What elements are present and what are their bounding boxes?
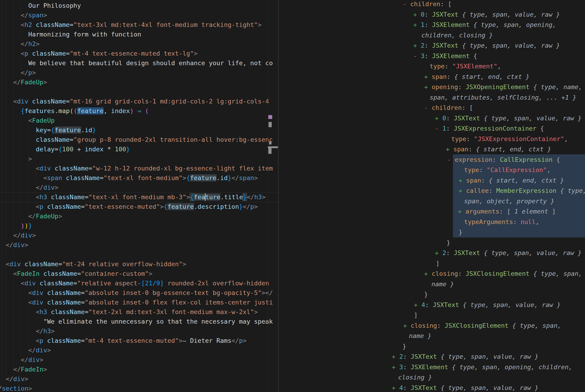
code-line[interactable] [0, 250, 273, 259]
ast-tree-line[interactable]: + span: { start, end, ctxt } [424, 72, 529, 82]
code-line[interactable]: We believe that beautiful design should … [0, 58, 273, 68]
ast-tree-line[interactable]: + 2: JSXText { type, span, value, raw } [435, 248, 581, 258]
code-token: span [28, 12, 43, 19]
code-line[interactable]: <FadeIn className="container-custom"> [0, 269, 273, 278]
ast-tree-panel[interactable]: - children: [+ 0: JSXText { type, span, … [278, 0, 585, 392]
code-line[interactable]: <p className="text-essence-muted">{featu… [0, 202, 273, 212]
ast-tree-line[interactable]: + 2: JSXText { type, span, value, raw } [392, 352, 538, 362]
code-line[interactable]: </div> [0, 240, 273, 250]
ast-tree-line[interactable]: - expression: CallExpression { [447, 154, 560, 165]
ast-tree-line[interactable]: - children: [ [424, 102, 473, 113]
code-token [0, 260, 6, 268]
code-line[interactable]: <h2 className="text-3xl md:text-4xl font… [0, 20, 273, 30]
code-line[interactable]: </FadeUp> [0, 78, 273, 87]
ast-tree-line[interactable]: } [403, 341, 406, 352]
code-line[interactable]: </p> [0, 68, 273, 78]
code-line[interactable]: <p className="mt-4 text-essence-muted te… [0, 49, 273, 58]
code-line[interactable]: Our Philosophy [0, 1, 273, 10]
code-line[interactable]: <h3 className="text-xl font-medium mb-3"… [0, 192, 273, 202]
code-line[interactable]: <div className="mt-24 relative overflow-… [0, 259, 273, 269]
code-line[interactable]: <h3 className="text-2xl md:text-3xl font… [0, 307, 273, 317]
code-line[interactable]: <div className="relative aspect-[21/9] r… [0, 278, 273, 288]
code-line[interactable]: <div className="mt-16 grid grid-cols-1 m… [0, 97, 273, 106]
ast-tree-line[interactable]: type: "JSXExpressionContainer", [451, 134, 568, 144]
ast-tree-line[interactable]: span, object, property } [464, 196, 554, 206]
ast-tree-line[interactable]: + span: { start, end, ctxt } [459, 175, 564, 186]
ast-tree-line[interactable]: type: "JSXElement", [430, 61, 501, 72]
ast-tree-line[interactable]: + span: { start, end, ctxt } [446, 144, 551, 154]
code-editor-pane[interactable]: Our Philosophy </span> <h2 className="te… [0, 0, 278, 392]
code-line[interactable]: <FadeUp [0, 116, 273, 125]
ast-tree-line[interactable]: - 1: JSXExpressionContainer { [435, 123, 544, 134]
ast-tree-line[interactable]: closing } [398, 372, 432, 383]
ast-tree-line[interactable]: + 1: JSXElement { type, span, opening, [413, 20, 556, 30]
code-line[interactable] [0, 87, 273, 97]
code-line[interactable]: </h3> [0, 326, 273, 336]
code-token: { type, [556, 187, 585, 194]
code-token: > [254, 174, 258, 182]
ast-tree-line[interactable]: } [424, 289, 428, 300]
ast-tree-line[interactable]: + 0: JSXText { type, span, value, raw } [435, 113, 581, 124]
code-line[interactable]: </div> [0, 374, 273, 384]
ast-tree-line[interactable]: children, closing } [421, 30, 493, 40]
code-token: JSXText [410, 353, 437, 360]
ast-tree-line[interactable]: + arguments: [ 1 element ] [458, 206, 556, 217]
ast-tree-line[interactable]: name } [409, 331, 431, 341]
code-line[interactable]: <div className="absolute inset-0 flex fl… [0, 298, 273, 307]
code-line[interactable]: <span className="text-xl font-medium">{f… [0, 173, 273, 183]
code-line[interactable]: /section> [0, 384, 273, 392]
code-line[interactable]: ))} [0, 221, 273, 231]
code-token: { type, span, [529, 270, 582, 277]
ast-tree-line[interactable]: ] [436, 258, 440, 269]
ast-tree-line[interactable]: type: "CallExpression", [464, 165, 550, 175]
code-line[interactable]: className="group p-8 rounded-2xl transit… [0, 135, 273, 144]
code-token: description [198, 203, 239, 210]
code-line[interactable]: key={feature.id} [0, 125, 273, 135]
code-token: . [55, 107, 58, 114]
code-token [32, 21, 36, 28]
ast-tree-line[interactable]: name } [431, 279, 454, 290]
code-lines[interactable]: Our Philosophy </span> <h2 className="te… [0, 1, 273, 392]
ast-tree-line[interactable]: + 4: JSXText { type, span, value, raw } [392, 383, 538, 392]
ast-tree-line[interactable]: + 3: JSXElement { type, span, opening, c… [392, 362, 572, 372]
ast-tree-line[interactable]: + opening: JSXOpeningElement { type, nam… [424, 82, 582, 92]
code-line[interactable]: </div> [0, 346, 273, 355]
ast-tree-line[interactable]: + 0: JSXText { type, span, value, raw } [413, 9, 560, 20]
code-token: : [424, 42, 432, 49]
code-line[interactable]: </h2> [0, 39, 273, 49]
ast-tree-line[interactable]: span, attributes, selfClosing, ... +1 } [430, 92, 576, 103]
code-line[interactable]: delay={100 + index * 100} [0, 144, 273, 154]
ast-tree-line[interactable]: + 2: JSXText { type, span, value, raw } [413, 40, 560, 51]
code-line[interactable]: </div> [0, 183, 273, 192]
code-line[interactable]: </FadeIn> [0, 365, 273, 374]
ast-tree-line[interactable]: } [459, 227, 462, 238]
code-line[interactable]: </div> [0, 231, 273, 240]
code-token: { [536, 125, 544, 132]
code-line[interactable]: {features.map((feature, index) ⇒ ( [0, 106, 273, 116]
code-token: > [160, 203, 164, 210]
code-line[interactable]: "We eliminate the unnecessary so that th… [0, 317, 273, 326]
ast-tree-line[interactable]: - 3: JSXElement { [413, 51, 477, 61]
code-line[interactable]: <p className="mt-4 text-essence-muted">—… [0, 336, 273, 346]
ast-tree-line[interactable]: - children: [ [403, 0, 452, 9]
ast-tree-line[interactable]: + closing: JSXClosingElement { type, spa… [403, 320, 561, 331]
code-line[interactable]: </span> [0, 10, 273, 20]
code-token: + [74, 146, 85, 153]
ast-tree-line[interactable]: + closing: JSXClosingElement { type, spa… [424, 268, 582, 279]
code-line[interactable]: </div> [0, 355, 273, 365]
ast-tree-line[interactable]: + 4: JSXText { type, span, value, raw } [414, 300, 560, 310]
ast-tree-line[interactable]: typeArguments: null, [464, 217, 539, 227]
code-line[interactable]: <div className="w-12 h-12 rounded-xl bg-… [0, 164, 273, 173]
code-token: className [25, 260, 58, 268]
code-line[interactable]: </FadeUp> [0, 212, 273, 221]
ast-tree-line[interactable]: } [447, 238, 450, 248]
code-line[interactable]: > [0, 154, 273, 164]
ast-tree-line[interactable]: ] [414, 310, 418, 320]
code-token: < [36, 308, 40, 316]
code-line[interactable]: <div className="absolute inset-0 bg-esse… [0, 288, 273, 298]
code-token: h2 [28, 40, 36, 48]
code-token: : [499, 208, 507, 215]
code-line[interactable]: Harmonizing form with function [0, 30, 273, 39]
ast-tree-line[interactable]: + callee: MemberExpression { type, [459, 186, 585, 196]
code-token [0, 12, 21, 19]
